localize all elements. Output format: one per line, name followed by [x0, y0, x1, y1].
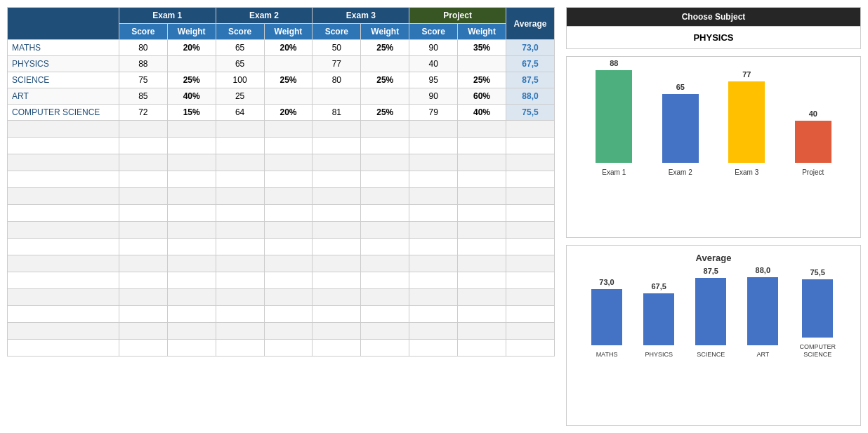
empty-row [8, 255, 555, 272]
subjects-header [8, 8, 119, 40]
e2-score-header: Score [216, 24, 264, 40]
p-score-header: Score [409, 24, 458, 40]
empty-row [8, 323, 555, 340]
avg-chart-title: Average [574, 253, 853, 263]
empty-row [8, 205, 555, 222]
bar-group: 40Project [795, 109, 831, 176]
project-header: Project [409, 8, 506, 24]
avg-bar-group: 67,5PHYSICS [643, 282, 674, 359]
empty-row [8, 340, 555, 357]
exam1-header: Exam 1 [119, 8, 216, 24]
avg-bar-chart: 73,0MATHS67,5PHYSICS87,5SCIENCE88,0ART75… [574, 267, 853, 359]
empty-row [8, 222, 555, 239]
table-row: MATHS8020%6520%5025%9035%73,0 [8, 40, 555, 56]
exam3-header: Exam 3 [313, 8, 409, 24]
empty-row [8, 171, 555, 188]
e3-score-header: Score [313, 24, 361, 40]
table-body: MATHS8020%6520%5025%9035%73,0PHYSICS8865… [8, 40, 555, 357]
empty-row [8, 239, 555, 255]
table-header-top: Exam 1 Exam 2 Exam 3 Project Average [8, 8, 555, 24]
avg-bar-group: 73,0MATHS [591, 278, 622, 359]
bar-group: 77Exam 3 [728, 70, 765, 176]
e2-weight-header: Weight [264, 24, 313, 40]
empty-row [8, 138, 555, 154]
empty-row [8, 188, 555, 205]
empty-row [8, 154, 555, 171]
avg-bar-group: 87,5SCIENCE [695, 267, 726, 359]
avg-bar-group: 75,5COMPUTERSCIENCE [799, 268, 836, 359]
empty-row [8, 289, 555, 306]
e1-score-header: Score [119, 24, 167, 40]
empty-row [8, 272, 555, 289]
grade-table: Exam 1 Exam 2 Exam 3 Project Average Sco… [7, 7, 555, 357]
physics-bar-chart-panel: 88Exam 165Exam 277Exam 340Project [566, 56, 861, 238]
e3-weight-header: Weight [361, 24, 409, 40]
bar-group: 65Exam 2 [662, 83, 699, 176]
grade-table-section: Exam 1 Exam 2 Exam 3 Project Average Sco… [7, 7, 555, 426]
bar-group: 88Exam 1 [596, 59, 632, 176]
right-panel: Choose Subject PHYSICS 88Exam 165Exam 27… [566, 7, 861, 426]
subject-chooser: Choose Subject PHYSICS [566, 7, 861, 49]
e1-weight-header: Weight [167, 24, 216, 40]
bar-chart: 88Exam 165Exam 277Exam 340Project [574, 64, 853, 176]
chooser-header: Choose Subject [567, 8, 860, 26]
average-chart-panel: Average 73,0MATHS67,5PHYSICS87,5SCIENCE8… [566, 245, 861, 427]
p-weight-header: Weight [458, 24, 506, 40]
empty-row [8, 306, 555, 323]
exam2-header: Exam 2 [216, 8, 313, 24]
table-row: SCIENCE7525%10025%8025%9525%87,5 [8, 72, 555, 88]
table-row: ART8540%259060%88,0 [8, 88, 555, 105]
table-row: COMPUTER SCIENCE7215%6420%8125%7940%75,5 [8, 105, 555, 121]
empty-row [8, 121, 555, 138]
avg-bar-group: 88,0ART [747, 266, 778, 359]
table-row: PHYSICS8865774067,5 [8, 56, 555, 72]
chooser-value[interactable]: PHYSICS [567, 26, 860, 48]
average-header: Average [506, 8, 554, 40]
